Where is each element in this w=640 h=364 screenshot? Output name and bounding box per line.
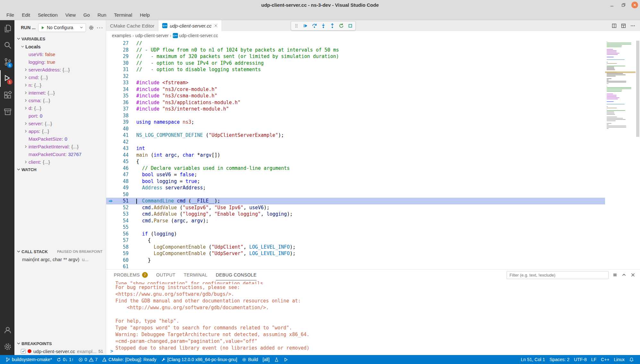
restart-button[interactable] (337, 22, 345, 30)
step-over-button[interactable] (310, 22, 318, 30)
glyph-margin[interactable] (106, 250, 115, 257)
line-number[interactable]: 33 (115, 79, 129, 86)
menu-view[interactable]: View (62, 10, 80, 20)
panel-tab-debug-console[interactable]: DEBUG CONSOLE (216, 269, 257, 280)
glyph-margin[interactable] (106, 152, 115, 159)
line-number[interactable]: 34 (115, 86, 129, 93)
glyph-margin[interactable] (106, 145, 115, 152)
line-number[interactable]: 49 (115, 185, 129, 191)
code-line[interactable]: 56 if (logging) (106, 231, 605, 237)
launch-button[interactable] (281, 355, 291, 364)
line-number[interactable]: 45 (115, 158, 129, 165)
line-number[interactable]: 35 (115, 93, 129, 99)
menu-run[interactable]: Run (94, 10, 110, 20)
code-line[interactable]: 53 cmd.AddValue ("logging", "Enable logg… (106, 211, 605, 218)
code-line[interactable]: 33#include <fstream> (106, 79, 605, 86)
glyph-margin[interactable] (106, 86, 115, 93)
glyph-margin[interactable] (106, 60, 115, 67)
line-number[interactable]: 38 (115, 112, 129, 119)
code-line[interactable]: 47 bool useV6 = false; (106, 171, 605, 178)
breakpoint-item[interactable]: udp-client-server.cc exampl... 51 (14, 347, 106, 355)
chevron-right-icon[interactable] (23, 145, 29, 149)
kit-status[interactable]: [Clang 12.0.0 x86_64-pc-linux-gnu] (159, 355, 240, 364)
chevron-right-icon[interactable] (23, 106, 29, 110)
step-into-button[interactable] (319, 22, 327, 30)
line-number[interactable]: 41 (115, 132, 129, 139)
chevron-right-icon[interactable] (23, 121, 29, 126)
line-number[interactable]: 39 (115, 119, 129, 126)
cmake-status[interactable]: CMake: [Debug]: Ready (100, 355, 158, 364)
language-mode[interactable]: C++ (599, 355, 611, 364)
minimap[interactable] (605, 40, 636, 269)
glyph-margin[interactable] (106, 132, 115, 139)
glyph-margin[interactable] (106, 204, 115, 211)
variable-row[interactable]: internet:{...} (14, 89, 106, 96)
glyph-margin[interactable] (106, 211, 115, 218)
line-number[interactable]: 46 (115, 165, 129, 172)
glyph-margin[interactable] (106, 178, 115, 185)
glyph-margin[interactable] (106, 218, 115, 224)
chevron-right-icon[interactable] (23, 98, 29, 103)
line-number[interactable]: 54 (115, 218, 129, 224)
glyph-margin[interactable] (106, 257, 115, 264)
line-number[interactable]: 42 (115, 139, 129, 145)
variable-row[interactable]: client:{...} (14, 158, 106, 166)
sync-status[interactable]: 0↓ 1↑ (54, 355, 76, 364)
chevron-right-icon[interactable] (23, 91, 29, 95)
line-number[interactable]: 58 (115, 244, 129, 251)
glyph-margin[interactable] (106, 198, 115, 204)
editor-layout-icon[interactable] (621, 23, 626, 29)
glyph-margin[interactable] (106, 99, 115, 106)
code-line[interactable]: 52 cmd.AddValue ("useIpv6", "Use Ipv6", … (106, 204, 605, 211)
line-number[interactable]: 36 (115, 99, 129, 106)
tab-udp-client-server-cc[interactable]: C++udp-client-server.cc (158, 20, 222, 31)
panel-menu-icon[interactable] (612, 272, 618, 277)
code-line[interactable]: 36#include "ns3/applications-module.h" (106, 99, 605, 106)
menu-terminal[interactable]: Terminal (110, 10, 136, 20)
variable-row[interactable]: useV6:false (14, 50, 106, 58)
breadcrumb-item[interactable]: udp-client-server (135, 33, 169, 38)
problems-status[interactable]: 07 (76, 355, 100, 364)
encoding[interactable]: UTF-8 (572, 355, 589, 364)
notifications-bell[interactable] (627, 355, 636, 364)
glyph-margin[interactable] (106, 66, 115, 73)
breakpoints-section-header[interactable]: BREAKPOINTS (14, 340, 106, 347)
glyph-margin[interactable] (106, 93, 115, 99)
code-line[interactable]: 51 CommandLine cmd (__FILE__); (106, 198, 605, 204)
glyph-margin[interactable] (106, 237, 115, 244)
glyph-margin[interactable] (106, 106, 115, 112)
explorer-activity-item[interactable] (0, 20, 14, 37)
code-line[interactable]: 43int (106, 145, 605, 152)
code-line[interactable]: 35#include "ns3/csma-module.h" (106, 93, 605, 99)
line-number[interactable]: 55 (115, 224, 129, 231)
split-editor-icon[interactable] (611, 23, 617, 29)
console-filter-input[interactable] (507, 271, 609, 279)
code-line[interactable]: 38 (106, 112, 605, 119)
code-line[interactable]: 42 (106, 139, 605, 145)
glyph-margin[interactable] (106, 47, 115, 54)
code-area[interactable]: 27//28// - UDP flow from n0 to n1 of 102… (106, 40, 605, 269)
code-line[interactable]: 55 (106, 224, 605, 231)
line-number[interactable]: 29 (115, 53, 129, 60)
code-line[interactable]: 45{ (106, 158, 605, 165)
variable-row[interactable]: logging:true (14, 58, 106, 66)
code-line[interactable]: 60 } (106, 257, 605, 264)
code-line[interactable]: 54 cmd.Parse (argc, argv); (106, 218, 605, 224)
chevron-right-icon[interactable] (23, 68, 29, 72)
code-line[interactable]: 46 // Declare variables used in command-… (106, 165, 605, 172)
code-line[interactable]: 32 (106, 73, 605, 80)
code-line[interactable]: 37#include "ns3/internet-module.h" (106, 106, 605, 112)
close-icon[interactable] (631, 2, 638, 8)
code-line[interactable]: 49 Address serverAddress; (106, 185, 605, 191)
variable-row[interactable]: serverAddress:{...} (14, 66, 106, 73)
restore-icon[interactable] (620, 1, 627, 8)
variable-row[interactable]: d:{...} (14, 104, 106, 112)
search-activity-item[interactable] (0, 37, 14, 54)
line-number[interactable]: 30 (115, 60, 129, 67)
code-line[interactable]: 31// - option to disable logging stateme… (106, 66, 605, 73)
line-number[interactable]: 53 (115, 211, 129, 218)
line-number[interactable]: 57 (115, 237, 129, 244)
settings-gear-activity-item[interactable] (0, 338, 14, 355)
debug-console[interactable]: Type "show configuration" for configurat… (106, 280, 640, 355)
panel-tab-output[interactable]: OUTPUT (156, 269, 175, 280)
